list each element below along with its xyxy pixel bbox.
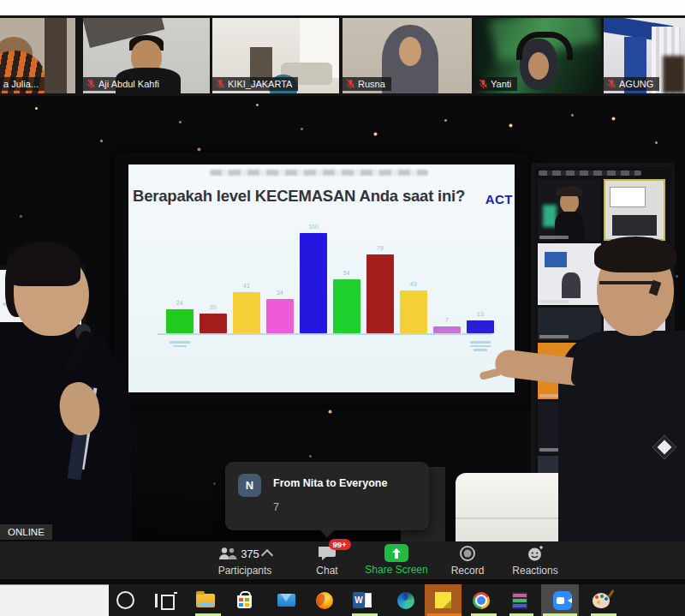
poll-bar: 24 — [166, 309, 194, 333]
poll-bar-value: 43 — [400, 281, 427, 287]
word-icon[interactable]: W — [350, 588, 374, 613]
sender-avatar: N — [238, 474, 261, 497]
poll-bar-value: 54 — [333, 270, 360, 276]
chat-label: Chat — [316, 565, 337, 577]
participant-tile[interactable]: a Julia... — [0, 18, 75, 93]
winrar-icon[interactable] — [508, 588, 532, 613]
poll-bar-value: 34 — [266, 290, 294, 296]
poll-bar-value: 79 — [366, 245, 394, 251]
gallery-topbar-blur — [539, 170, 641, 176]
participant-tile[interactable]: KIKI_JAKARTA — [212, 18, 339, 93]
participant-name: AGUNG — [619, 79, 653, 89]
participant-tile[interactable]: AGUNG — [604, 18, 685, 93]
participants-button[interactable]: 375 Participants — [204, 541, 286, 579]
poll-bar: 79 — [366, 254, 394, 333]
gallery-tile — [604, 179, 665, 241]
poll-bar-chart: 24204134100547943713 — [128, 164, 515, 392]
left-presenter-body — [0, 322, 132, 541]
muted-mic-icon — [607, 79, 616, 89]
right-presenter-sleeve — [570, 351, 625, 392]
participant-tile[interactable]: Yanti — [475, 18, 601, 93]
window-top-strip — [0, 0, 685, 15]
participant-name: KIKI_JAKARTA — [228, 79, 292, 89]
video-scene — [399, 37, 421, 66]
chat-button[interactable]: 99+ Chat — [305, 541, 349, 579]
participant-name-tag: Rusna — [342, 77, 391, 91]
headphones-shape — [516, 32, 573, 60]
participants-count: 375 — [241, 547, 259, 560]
background-window-edge[interactable] — [0, 584, 109, 616]
muted-mic-icon — [346, 79, 355, 89]
participants-icon — [218, 547, 237, 560]
gallery-tile — [538, 243, 601, 305]
poll-bar: 34 — [266, 299, 294, 333]
record-icon — [459, 545, 476, 562]
right-presenter-hair — [594, 236, 676, 272]
popup-pointer — [319, 529, 335, 538]
video-scene — [45, 18, 67, 93]
poll-bar: 41 — [233, 292, 260, 333]
paint-icon[interactable] — [589, 588, 613, 613]
poll-bar: 43 — [400, 290, 427, 333]
chat-notification-popup[interactable]: N From Nita to Everyone 7 — [225, 462, 429, 530]
participant-name-tag: Yanti — [475, 77, 517, 91]
participant-name-tag: a Julia... — [0, 77, 45, 91]
participant-name: Aji Abdul Kahfi — [98, 79, 159, 89]
stage-tv: Berapakah level KECEMASAN Anda saat ini?… — [114, 153, 528, 404]
x-axis-label-blur — [468, 339, 493, 353]
active-speaker-video: Berapakah level KECEMASAN Anda saat ini?… — [0, 96, 685, 541]
participant-name-tag: Aji Abdul Kahfi — [83, 77, 165, 91]
muted-mic-icon — [86, 79, 96, 89]
chrome-icon[interactable] — [469, 588, 493, 613]
poll-bar-value: 20 — [200, 304, 227, 310]
microsoft-store-icon[interactable] — [232, 588, 256, 613]
poll-bar-value: 13 — [467, 311, 494, 317]
video-scene — [663, 56, 685, 93]
record-button[interactable]: Record — [442, 541, 493, 579]
firefox-icon[interactable] — [313, 588, 337, 613]
cortana-icon[interactable] — [113, 588, 137, 613]
chat-notification-message: 7 — [273, 501, 279, 513]
participants-label: Participants — [218, 565, 272, 577]
poll-bar-value: 100 — [300, 224, 327, 230]
edge-icon[interactable] — [394, 588, 418, 613]
task-view-icon[interactable] — [152, 588, 176, 613]
participant-name-tag: KIKI_JAKARTA — [212, 77, 298, 91]
file-explorer-icon[interactable] — [194, 588, 217, 613]
reactions-label: Reactions — [512, 565, 557, 577]
zoom-app-icon[interactable] — [551, 588, 575, 613]
poll-chart-bars: 24204134100547943713 — [166, 164, 509, 333]
participant-video-strip: a Julia... Aji Abdul Kahfi — [0, 15, 685, 96]
share-screen-button[interactable]: Share Screen — [358, 541, 435, 579]
left-presenter-hair — [7, 242, 80, 286]
reactions-icon — [527, 545, 545, 562]
share-screen-label: Share Screen — [365, 564, 427, 576]
chat-unread-badge: 99+ — [329, 539, 351, 550]
poll-bar: 54 — [333, 279, 360, 333]
poll-bar: 100 — [300, 233, 327, 333]
poll-bar: 7 — [433, 326, 461, 333]
share-screen-icon — [384, 544, 408, 562]
reactions-button[interactable]: Reactions — [505, 541, 565, 579]
participant-name: a Julia... — [3, 79, 39, 89]
gallery-tile — [538, 179, 601, 241]
stage-fairy-lights — [0, 96, 1, 97]
participant-tile[interactable]: Rusna — [342, 18, 472, 93]
participant-name-tag: AGUNG — [604, 77, 659, 91]
poll-bar: 13 — [467, 320, 494, 333]
chat-notification-title: From Nita to Everyone — [273, 477, 387, 489]
mail-icon[interactable] — [274, 588, 298, 613]
x-axis-label-blur — [167, 339, 193, 349]
participant-tile[interactable]: Aji Abdul Kahfi — [83, 18, 210, 93]
chart-x-axis — [158, 333, 491, 335]
muted-mic-icon — [479, 79, 488, 89]
speaker-name-tag: ONLINE — [0, 524, 52, 540]
sticky-notes-icon[interactable] — [431, 588, 455, 613]
meeting-toolbar: 375 Participants 99+ Chat Share Screen — [0, 541, 685, 579]
chevron-up-icon[interactable] — [261, 549, 273, 561]
participant-name: Yanti — [491, 79, 511, 89]
muted-mic-icon — [216, 79, 225, 89]
poll-bar-value: 7 — [433, 317, 461, 323]
poll-bar-value: 41 — [233, 283, 260, 289]
zoom-meeting-window: a Julia... Aji Abdul Kahfi — [0, 0, 685, 616]
